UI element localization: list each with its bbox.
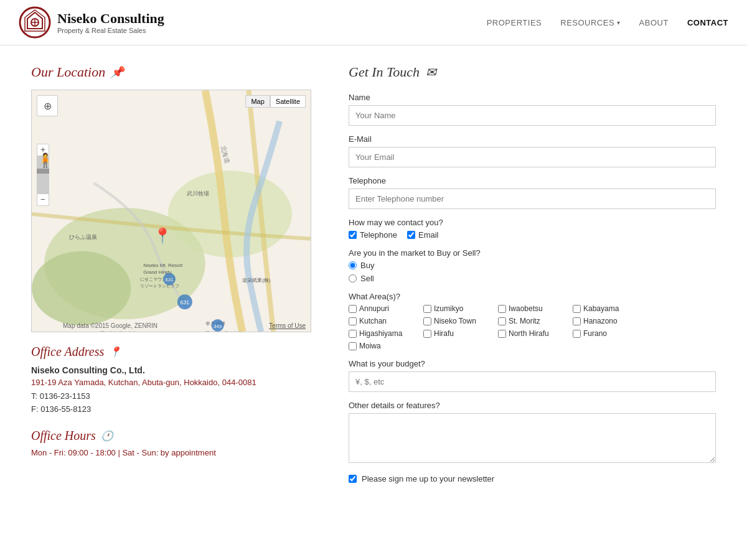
area-checkbox[interactable]	[498, 330, 506, 338]
sell-option[interactable]: Sell	[349, 274, 716, 283]
details-textarea[interactable]	[349, 413, 716, 463]
map-type-satellite-button[interactable]: Satellite	[270, 95, 306, 108]
area-checkbox[interactable]	[423, 305, 431, 313]
area-option[interactable]: Kabayama	[573, 304, 647, 313]
area-checkbox[interactable]	[498, 305, 506, 313]
svg-text:道栄紙業(株): 道栄紙業(株)	[242, 278, 271, 283]
contact-how-group: How may we contact you? Telephone Email	[349, 218, 716, 240]
map-pan-control[interactable]: ⊕	[37, 95, 58, 116]
area-label: Moiwa	[359, 342, 381, 350]
areas-label: What Area(s)?	[349, 292, 716, 301]
area-option[interactable]: Furano	[573, 329, 647, 338]
contact-email-checkbox[interactable]	[407, 231, 415, 239]
area-option[interactable]: North Hirafu	[498, 329, 573, 338]
our-location-title: Our Location 📌	[31, 64, 324, 80]
contact-telephone-label: Telephone	[360, 230, 397, 240]
contact-how-label: How may we contact you?	[349, 218, 716, 227]
area-checkbox[interactable]	[573, 305, 581, 313]
map-streetview-icon[interactable]: 🧍	[37, 152, 54, 169]
brand-tagline: Property & Real Estate Sales	[57, 27, 164, 34]
area-option[interactable]: Niseko Town	[423, 317, 498, 325]
map-zoom-out-button[interactable]: −	[37, 194, 49, 206]
area-label: Furano	[583, 329, 607, 338]
svg-text:631: 631	[180, 299, 189, 306]
map-pin-icon: 📍	[109, 346, 121, 358]
buy-radio[interactable]	[349, 261, 357, 269]
office-hours-title-text: Office Hours	[31, 429, 96, 443]
contact-telephone-option[interactable]: Telephone	[349, 230, 397, 240]
map-location-marker: 📍	[153, 227, 172, 245]
area-label: Kutchan	[359, 317, 387, 325]
area-label: Higashiyama	[359, 329, 402, 338]
buy-label: Buy	[360, 261, 374, 270]
area-checkbox[interactable]	[423, 330, 431, 338]
contact-email-option[interactable]: Email	[407, 230, 439, 240]
nav-about[interactable]: ABOUT	[639, 18, 669, 27]
logo-text: Niseko Consulting Property & Real Estate…	[57, 11, 164, 34]
area-checkbox[interactable]	[423, 317, 431, 325]
svg-text:Niseko Mt. Resort: Niseko Mt. Resort	[143, 263, 183, 268]
telephone-input[interactable]	[349, 189, 716, 209]
sell-radio[interactable]	[349, 274, 357, 282]
details-group: Other details or features?	[349, 401, 716, 465]
area-option[interactable]: Annupuri	[349, 304, 423, 313]
svg-text:西小学校 椴山分校: 西小学校 椴山分校	[100, 331, 136, 332]
fax-number: F: 0136-55-8123	[31, 403, 324, 416]
newsletter-row: Please sign me up to your newsletter	[349, 474, 716, 483]
map-terms-link[interactable]: Terms of Use	[269, 322, 306, 329]
map-copyright: Map data ©2015 Google, ZENRIN	[63, 322, 157, 329]
svg-text:西小学校 椴山分校: 西小学校 椴山分校	[205, 331, 242, 332]
area-label: Izumikyo	[434, 304, 463, 313]
nav-properties[interactable]: PROPERTIES	[487, 18, 542, 27]
area-option[interactable]: Izumikyo	[423, 304, 498, 313]
area-checkbox[interactable]	[349, 317, 357, 325]
nav-contact[interactable]: CONTACT	[687, 18, 728, 27]
area-checkbox[interactable]	[349, 305, 357, 313]
svg-text:ひらふ温泉: ひらふ温泉	[69, 234, 97, 240]
area-option[interactable]: Hirafu	[423, 329, 498, 338]
email-label: E-Mail	[349, 134, 716, 144]
budget-input[interactable]	[349, 371, 716, 392]
buy-option[interactable]: Buy	[349, 261, 716, 270]
map-background: 北海道 武川牧場 ひらふ温泉 Niseko Mt. Resort Grand H…	[32, 90, 311, 332]
name-field-group: Name	[349, 93, 716, 126]
areas-checkboxes: AnnupuriIzumikyoIwaobetsuKabayamaKutchan…	[349, 304, 716, 350]
sell-label: Sell	[360, 274, 374, 283]
logo-area: Niseko Consulting Property & Real Estate…	[19, 6, 487, 39]
brand-name: Niseko Consulting	[57, 11, 164, 27]
office-hours-title: Office Hours 🕐	[31, 429, 324, 443]
area-checkbox[interactable]	[349, 342, 357, 350]
area-label: Kabayama	[583, 304, 619, 313]
name-input[interactable]	[349, 105, 716, 126]
area-option[interactable]: Iwaobetsu	[498, 304, 573, 313]
svg-point-8	[32, 251, 131, 325]
area-checkbox[interactable]	[498, 317, 506, 325]
area-option[interactable]: Moiwa	[349, 342, 423, 350]
address-link[interactable]: 191-19 Aza Yamada, Kutchan, Abuta-gun, H…	[31, 378, 256, 387]
telephone-label: Telephone	[349, 176, 716, 185]
nav-links: PROPERTIES RESOURCES ▾ ABOUT CONTACT	[487, 18, 728, 27]
area-option[interactable]: Kutchan	[349, 317, 423, 325]
mail-icon: ✉	[426, 65, 436, 80]
area-option[interactable]: St. Moritz	[498, 317, 573, 325]
get-in-touch-title-text: Get In Touch	[349, 64, 420, 80]
map-type-map-button[interactable]: Map	[245, 95, 270, 108]
market-group: Are you in the market to Buy or Sell? Bu…	[349, 248, 716, 283]
area-label: Niseko Town	[434, 317, 476, 325]
nav-resources[interactable]: RESOURCES ▾	[560, 18, 620, 27]
area-checkbox[interactable]	[349, 330, 357, 338]
get-in-touch-title: Get In Touch ✉	[349, 64, 716, 80]
newsletter-checkbox[interactable]	[349, 475, 357, 483]
svg-text:リゾートランヒラフ: リゾートランヒラフ	[140, 284, 179, 288]
svg-text:343: 343	[214, 324, 222, 329]
email-input[interactable]	[349, 147, 716, 167]
email-field-group: E-Mail	[349, 134, 716, 167]
area-checkbox[interactable]	[573, 330, 581, 338]
area-checkbox[interactable]	[573, 317, 581, 325]
area-option[interactable]: Hanazono	[573, 317, 647, 325]
pushpin-icon: 📌	[110, 65, 124, 79]
contact-telephone-checkbox[interactable]	[349, 231, 357, 239]
chevron-down-icon: ▾	[617, 19, 621, 26]
area-option[interactable]: Higashiyama	[349, 329, 423, 338]
name-label: Name	[349, 93, 716, 102]
